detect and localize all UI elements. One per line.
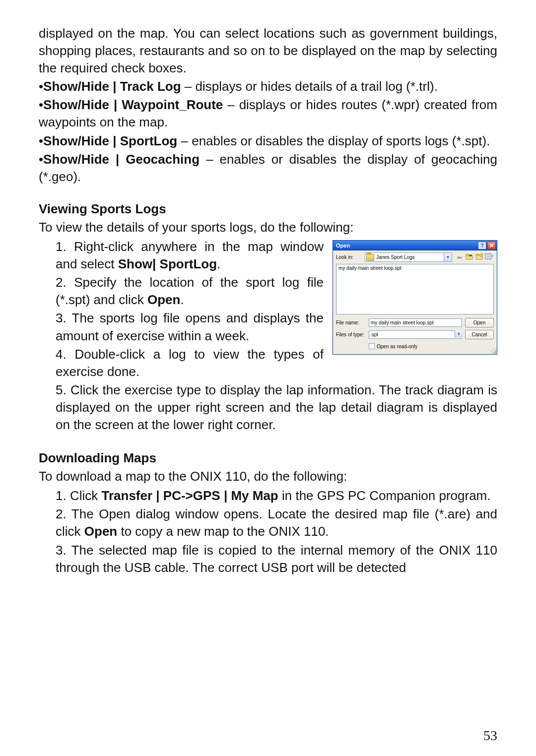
download-step-3: 3. The selected map file is copied to th…	[56, 542, 497, 576]
download-steps: 1. Click Transfer | PC->GPS | My Map in …	[39, 487, 497, 576]
up-folder-icon	[466, 253, 473, 261]
read-only-checkbox[interactable]	[369, 343, 375, 349]
resize-grip-icon[interactable]	[490, 348, 496, 354]
help-button[interactable]: ?	[478, 242, 486, 250]
back-button[interactable]: ⇐	[455, 253, 464, 262]
prelude-item-3-label: Show/Hide | SportLog	[43, 133, 177, 148]
help-icon: ?	[480, 243, 484, 249]
file-list-area[interactable]: my daily main street loop.spt	[336, 264, 494, 315]
page-number: 53	[483, 726, 497, 745]
svg-rect-1	[466, 254, 469, 255]
close-button[interactable]: ✕	[487, 242, 496, 250]
open-button[interactable]: Open	[465, 318, 494, 327]
files-of-type-label: Files of type:	[336, 332, 366, 337]
prelude-item-3-tail: – enables or disables the display of spo…	[177, 133, 490, 148]
sports-steps: Open ? ✕ Look in: Janes Sport Logs ▼	[39, 238, 497, 435]
heading-viewing-sports-logs: Viewing Sports Logs	[39, 200, 497, 218]
close-icon: ✕	[489, 243, 494, 249]
views-menu-button[interactable]	[485, 253, 494, 262]
prelude-item-4: •Show/Hide | Geocaching – enables or dis…	[39, 151, 497, 186]
new-folder-icon	[475, 253, 483, 261]
download-step-2: 2. The Open dialog window opens. Locate …	[56, 505, 497, 540]
folder-icon	[366, 254, 374, 261]
file-name-input[interactable]	[369, 318, 462, 327]
prelude-item-1-tail: – displays or hides details of a trail l…	[181, 79, 438, 94]
prelude-item-2-label: Show/Hide | Waypoint_Route	[43, 97, 223, 112]
files-of-type-value: .spt	[370, 332, 378, 337]
prelude-paragraph: displayed on the map. You can select loc…	[39, 25, 497, 77]
svg-rect-3	[476, 254, 479, 255]
open-dialog: Open ? ✕ Look in: Janes Sport Logs ▼	[333, 240, 497, 355]
look-in-combo[interactable]: Janes Sport Logs ▼	[365, 252, 452, 262]
up-one-level-button[interactable]	[465, 253, 474, 262]
open-dialog-title: Open	[336, 243, 350, 249]
cancel-button[interactable]: Cancel	[465, 330, 494, 339]
chevron-down-icon[interactable]: ▼	[455, 330, 463, 338]
file-name-label: File name:	[336, 320, 366, 325]
open-dialog-titlebar[interactable]: Open ? ✕	[333, 241, 497, 251]
download-intro: To download a map to the ONIX 110, do th…	[39, 468, 497, 485]
look-in-label: Look in:	[336, 254, 362, 260]
prelude-item-1: •Show/Hide | Track Log – displays or hid…	[39, 78, 497, 95]
back-arrow-icon: ⇐	[457, 254, 462, 261]
heading-downloading-maps: Downloading Maps	[39, 449, 497, 467]
file-list-item[interactable]: my daily main street loop.spt	[338, 265, 402, 271]
views-icon	[485, 253, 494, 261]
chevron-down-icon[interactable]: ▼	[444, 253, 452, 261]
prelude-item-4-label: Show/Hide | Geocaching	[43, 152, 200, 167]
sports-step-5: 5. Click the exercise type to display th…	[56, 381, 497, 434]
prelude-item-2: •Show/Hide | Waypoint_Route – displays o…	[39, 96, 497, 131]
read-only-label: Open as read-only	[377, 344, 417, 349]
download-step-1: 1. Click Transfer | PC->GPS | My Map in …	[56, 487, 497, 504]
create-new-folder-button[interactable]	[475, 253, 484, 262]
sports-intro: To view the details of your sports logs,…	[39, 219, 497, 236]
prelude-item-1-label: Show/Hide | Track Log	[43, 79, 181, 94]
prelude-item-3: •Show/Hide | SportLog – enables or disab…	[39, 132, 497, 150]
look-in-folder-name: Janes Sport Logs	[376, 254, 415, 260]
files-of-type-combo[interactable]: .spt ▼	[369, 330, 462, 339]
